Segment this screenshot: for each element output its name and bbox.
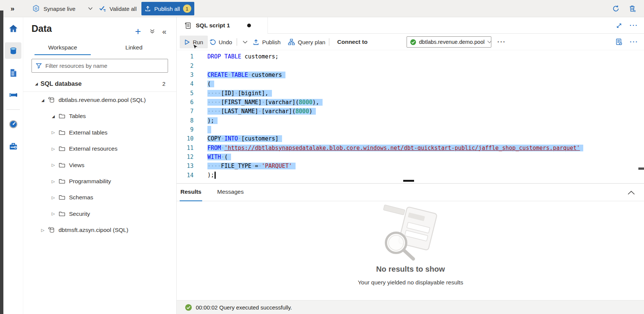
- tree-item-sql-database[interactable]: ◢SQL database2: [23, 76, 176, 92]
- expand-arrow-icon[interactable]: ▷: [50, 179, 57, 184]
- undo-icon: [209, 39, 216, 46]
- sidebar-item-home[interactable]: [5, 20, 21, 37]
- undo-button[interactable]: Undo: [209, 34, 232, 50]
- line-number[interactable]: 7: [177, 108, 194, 115]
- tree-item-schemas[interactable]: ▷Schemas: [23, 190, 176, 206]
- line-number[interactable]: 3: [177, 72, 194, 78]
- expand-arrow-icon[interactable]: ▷: [39, 228, 46, 233]
- expand-arrow-icon[interactable]: ▷: [50, 130, 57, 135]
- home-icon: [8, 24, 18, 34]
- plus-icon: +: [135, 26, 141, 37]
- filter-input[interactable]: [45, 63, 164, 69]
- collapse-arrow-icon[interactable]: ◢: [33, 82, 40, 86]
- header-expand-button[interactable]: »: [11, 0, 15, 17]
- sidebar-item-manage[interactable]: [5, 138, 21, 154]
- top-bar: » Synapse live Validate all Publish all …: [0, 0, 644, 17]
- line-number[interactable]: 11: [177, 145, 194, 151]
- discard-all-button[interactable]: [628, 0, 637, 17]
- add-resource-button[interactable]: +: [133, 26, 143, 37]
- collapse-arrow-icon[interactable]: ◢: [50, 114, 57, 118]
- connection-more-button[interactable]: ···: [497, 34, 506, 50]
- editor-more-button[interactable]: ···: [628, 20, 639, 31]
- publish-all-label: Publish all: [154, 6, 180, 12]
- line-number[interactable]: 2: [177, 63, 194, 69]
- results-tabs: ResultsMessages: [177, 184, 644, 201]
- more-commands-chevron-button[interactable]: [240, 34, 249, 50]
- line-number[interactable]: 8: [177, 117, 194, 124]
- tree-item-programmability[interactable]: ▷Programmability: [23, 173, 176, 189]
- editor-tab-row: SQL script 1 ···: [177, 17, 644, 34]
- run-label: Run: [193, 39, 203, 45]
- pool-selector-dropdown[interactable]: dbtlabs.revenue.demo.pool: [407, 36, 491, 48]
- code-line-text: ····[FIRST_NAME]·[varchar](8000),: [207, 99, 323, 106]
- develop-icon: [8, 68, 18, 78]
- expand-arrow-icon[interactable]: ▷: [50, 163, 57, 167]
- line-number[interactable]: 12: [177, 154, 194, 160]
- run-button[interactable]: Run: [180, 36, 208, 48]
- collapse-arrow-icon[interactable]: ◢: [39, 98, 46, 102]
- line-number[interactable]: 10: [177, 135, 194, 142]
- line-number[interactable]: 4: [177, 81, 194, 87]
- connected-check-icon: [410, 39, 416, 45]
- tab-sql-script-1[interactable]: SQL script 1: [177, 17, 268, 34]
- expand-arrow-icon[interactable]: ▷: [50, 147, 57, 151]
- sidebar-item-develop[interactable]: [5, 64, 21, 81]
- tree-item-external-tables[interactable]: ▷External tables: [23, 124, 176, 141]
- database-icon: [48, 96, 55, 104]
- line-number[interactable]: 9: [177, 126, 194, 133]
- query-plan-button[interactable]: Query plan: [288, 34, 325, 50]
- line-number[interactable]: 1: [177, 53, 194, 60]
- line-number[interactable]: 6: [177, 99, 194, 106]
- code-line-11: 11FROM·'https://dbtlabsynapsedatalake.bl…: [177, 143, 644, 152]
- tree-item-views[interactable]: ▷Views: [23, 157, 176, 173]
- refresh-button[interactable]: [611, 0, 620, 17]
- tab-linked[interactable]: Linked: [113, 40, 155, 55]
- expand-editor-button[interactable]: [613, 20, 624, 31]
- window-edge-strip: [0, 10, 3, 314]
- sidebar-item-integrate[interactable]: [5, 87, 21, 103]
- editor-scrollbar-thumb[interactable]: [638, 167, 644, 170]
- toolbar-more-button[interactable]: ···: [630, 34, 638, 50]
- collapse-panel-button[interactable]: «: [159, 26, 170, 37]
- tree-item-tables[interactable]: ◢Tables: [23, 108, 176, 124]
- publish-all-button[interactable]: Publish all 1: [141, 2, 194, 15]
- sidebar-item-data[interactable]: [5, 42, 21, 59]
- results-splitter-handle[interactable]: [403, 180, 414, 182]
- tree-item-external-resources[interactable]: ▷External resources: [23, 141, 176, 157]
- rail-divider: [6, 109, 20, 110]
- sidebar-item-monitor[interactable]: [5, 116, 21, 132]
- tab-results[interactable]: Results: [180, 184, 202, 201]
- expand-arrow-icon[interactable]: ▷: [50, 211, 57, 216]
- tree-item-dbtlabs-revenue-demo-pool-sql[interactable]: ◢dbtlabs.revenue.demo.pool (SQL): [23, 92, 176, 108]
- tab-messages[interactable]: Messages: [216, 184, 245, 201]
- expand-arrow-icon[interactable]: ▷: [50, 195, 57, 200]
- validate-icon: [98, 4, 107, 13]
- chevron-down-icon: [487, 40, 492, 43]
- tree-item-dbtmsft-azsyn-cipool-sql[interactable]: ▷dbtmsft.azsyn.cipool (SQL): [23, 222, 176, 238]
- validate-all-button[interactable]: Validate all: [98, 0, 140, 17]
- tree-item-label: External tables: [69, 129, 108, 136]
- tab-workspace[interactable]: Workspace: [35, 40, 91, 55]
- synapse-live-selector[interactable]: Synapse live: [32, 0, 93, 17]
- editor-pane: SQL script 1 ··· Run: [176, 17, 644, 314]
- connect-to-label: Connect to: [337, 34, 368, 50]
- chevron-up-icon: [627, 191, 635, 195]
- upload-icon: [252, 39, 260, 46]
- tree-item-security[interactable]: ▷Security: [23, 206, 176, 222]
- tree-item-label: SQL database: [41, 80, 82, 87]
- collapse-results-button[interactable]: [626, 189, 636, 196]
- publish-button[interactable]: Publish: [252, 34, 281, 50]
- line-number[interactable]: 13: [177, 163, 194, 169]
- actions-button[interactable]: [147, 26, 158, 37]
- selection-highlight: FROM·'https://dbtlabsynapsedatalake.blob…: [207, 145, 583, 151]
- session-properties-button[interactable]: [615, 34, 623, 50]
- code-line-5: 5····[ID]·[bigint],: [177, 88, 644, 97]
- empty-state-illustration: [362, 202, 459, 265]
- line-number[interactable]: 5: [177, 90, 194, 97]
- expand-diagonal-icon: [616, 22, 622, 29]
- code-editor[interactable]: 1DROP TABLE customers;23CREATE·TABLE·cus…: [177, 50, 644, 183]
- selection-highlight: ····FILE_TYPE·=·'PARQUET': [207, 163, 296, 169]
- line-number[interactable]: 14: [177, 172, 194, 179]
- environment-label: Synapse live: [44, 6, 75, 12]
- folder-icon: [58, 194, 66, 201]
